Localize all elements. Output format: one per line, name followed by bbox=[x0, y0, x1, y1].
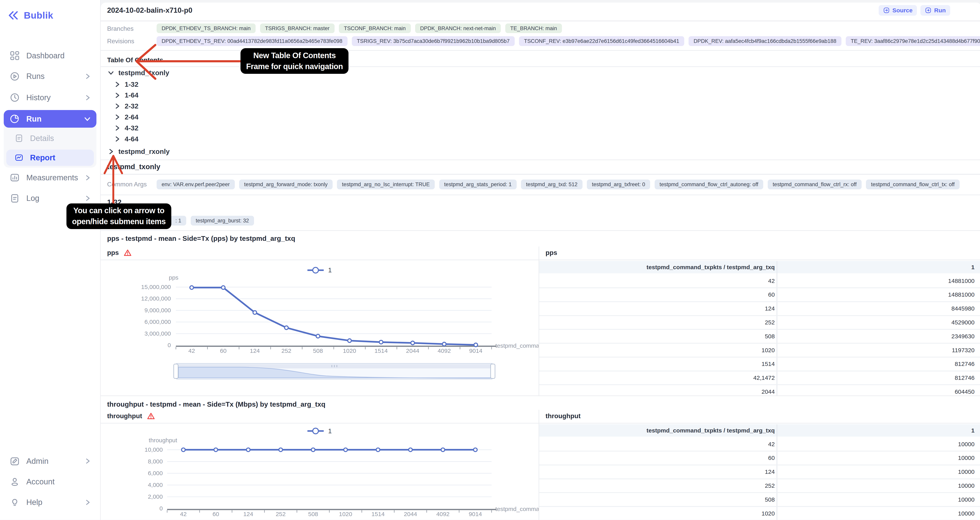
app-logo: Bublik bbox=[24, 10, 53, 21]
sidebar-item-dashboard[interactable]: Dashboard bbox=[4, 47, 96, 64]
common-arg-tag: env: VAR.env.perf.peer2peer bbox=[157, 179, 235, 189]
svg-text:testpmd_comman: testpmd_comman bbox=[495, 342, 539, 349]
table-row: 12410000 bbox=[539, 465, 980, 479]
table-cell-value: 812746 bbox=[955, 374, 975, 381]
report-chart-icon bbox=[14, 153, 24, 162]
chevron-right-icon[interactable] bbox=[114, 114, 120, 120]
subsection-arg-tag: : 1 bbox=[170, 216, 186, 225]
sidebar-item-details[interactable]: Details bbox=[6, 130, 94, 146]
sidebar-item-measurements[interactable]: Measurements bbox=[4, 169, 96, 186]
toc-child-item[interactable]: 2-64 bbox=[114, 112, 138, 122]
toc-child-item[interactable]: 2-32 bbox=[114, 101, 138, 112]
table-header-band: testpmd_command_txpkts / testpmd_arg_txq… bbox=[539, 261, 980, 274]
svg-text:10,000: 10,000 bbox=[145, 446, 163, 453]
table-row: 6014881000 bbox=[539, 288, 980, 302]
sidebar-item-runs[interactable]: Runs bbox=[4, 68, 96, 85]
dashboard-icon bbox=[10, 50, 20, 61]
chevron-right-icon[interactable] bbox=[114, 81, 120, 87]
sidebar-collapse-icon[interactable] bbox=[8, 10, 19, 21]
help-bulb-icon bbox=[10, 497, 20, 508]
pps-table-rows: 4214881000601488100012484459802524529000… bbox=[539, 274, 980, 395]
common-arg-tag: testpmd_command_flow_ctrl_autoneg: off bbox=[655, 179, 764, 189]
throughput-table-rows: 4210000601000012410000252100005081000010… bbox=[539, 438, 980, 520]
sidebar-item-label: Report bbox=[30, 153, 55, 162]
sidebar-item-help[interactable]: Help bbox=[4, 493, 96, 511]
throughput-chart-header: throughput bbox=[107, 412, 154, 420]
sidebar-item-report[interactable]: Report bbox=[6, 150, 94, 166]
table-row: 1248445980 bbox=[539, 302, 980, 316]
subsection-extra-tags: testpmd_arg_burst: 32 bbox=[191, 216, 254, 225]
chevron-down-icon[interactable] bbox=[108, 70, 114, 76]
common-arg-tag: testpmd_command_flow_ctrl_rx: off bbox=[768, 179, 862, 189]
svg-text:6,000,000: 6,000,000 bbox=[145, 319, 171, 325]
sidebar-item-label: History bbox=[26, 93, 78, 102]
source-button[interactable]: Source bbox=[879, 5, 917, 16]
table-cell-x: 42 bbox=[768, 277, 775, 284]
table-cell-x: 252 bbox=[765, 482, 775, 489]
svg-text:4092: 4092 bbox=[436, 511, 450, 517]
pps-table-title: pps bbox=[546, 249, 557, 257]
table-cell-x: 60 bbox=[768, 291, 775, 298]
table-cell-value: 8445980 bbox=[951, 305, 975, 312]
pps-table-header: pps bbox=[546, 249, 557, 257]
chevron-right-icon[interactable] bbox=[114, 92, 120, 98]
sidebar-item-account[interactable]: Account bbox=[4, 473, 96, 490]
svg-text:0: 0 bbox=[159, 505, 163, 512]
table-cell-x: 124 bbox=[765, 305, 775, 312]
svg-text:60: 60 bbox=[213, 511, 220, 517]
table-row: 2044604450 bbox=[539, 385, 980, 395]
table-cell-x: 60 bbox=[768, 455, 775, 461]
chevron-right-icon[interactable] bbox=[114, 136, 120, 142]
open-source-icon bbox=[883, 7, 890, 14]
pps-line-chart[interactable]: pps03,000,0006,000,0009,000,00012,000,00… bbox=[101, 260, 539, 395]
divider bbox=[101, 21, 980, 21]
table-cell-x: 42,1472 bbox=[753, 374, 775, 381]
branch-tag: TSRIGS_BRANCH: master bbox=[260, 24, 334, 33]
sidebar-item-history[interactable]: History bbox=[4, 89, 96, 106]
note-line: Frame for quick navigation bbox=[246, 61, 343, 72]
branch-tag: TE_BRANCH: main bbox=[505, 24, 562, 33]
svg-text:252: 252 bbox=[276, 511, 286, 517]
sidebar-item-run[interactable]: Run bbox=[4, 110, 96, 127]
svg-text:1020: 1020 bbox=[343, 347, 356, 354]
common-arg-tag: testpmd_arg_stats_period: 1 bbox=[439, 179, 517, 189]
sidebar-item-label: Details bbox=[30, 134, 54, 143]
arrow-annotation-note: You can click on arrow to open/hide subm… bbox=[67, 203, 171, 229]
account-icon bbox=[10, 476, 20, 487]
sidebar-item-admin[interactable]: Admin bbox=[4, 452, 96, 470]
pie-chart-icon bbox=[10, 114, 20, 124]
branch-tags: DPDK_ETHDEV_TS_BRANCH: mainTSRIGS_BRANCH… bbox=[157, 24, 562, 33]
sidebar-item-label: Admin bbox=[26, 457, 78, 466]
block1-title: pps - testpmd - mean - Side=Tx (pps) by … bbox=[107, 235, 295, 243]
note-line: open/hide submenu items bbox=[72, 216, 165, 227]
table-row: 2524529000 bbox=[539, 316, 980, 330]
table-cell-value: 1197320 bbox=[952, 347, 975, 354]
table-col1-header: testpmd_command_txpkts / testpmd_arg_txq bbox=[647, 261, 775, 274]
subsection-tags: : 1 testpmd_arg_burst: 32 bbox=[170, 216, 254, 225]
sidebar-item-label: Run bbox=[26, 114, 78, 123]
svg-text:508: 508 bbox=[308, 511, 318, 517]
table-cell-value: 10000 bbox=[958, 469, 975, 475]
toc-child-item[interactable]: 1-64 bbox=[114, 90, 138, 101]
toc-child-item[interactable]: 4-64 bbox=[114, 133, 138, 144]
chevron-right-icon[interactable] bbox=[114, 125, 120, 131]
run-button-label: Run bbox=[934, 7, 946, 14]
throughput-line-chart[interactable]: throughput02,0004,0006,0008,00010,000426… bbox=[101, 423, 539, 520]
svg-text:124: 124 bbox=[243, 511, 253, 517]
revisions-label: Revisions bbox=[107, 38, 134, 45]
toc-child-item[interactable]: 4-32 bbox=[114, 122, 138, 133]
common-arg-tag: testpmd_arg_txd: 512 bbox=[521, 179, 582, 189]
svg-text:9014: 9014 bbox=[469, 511, 482, 517]
run-link-button[interactable]: Run bbox=[920, 5, 950, 16]
table-cell-x: 1020 bbox=[762, 510, 775, 517]
common-arg-tag: testpmd_arg_txfreet: 0 bbox=[587, 179, 650, 189]
table-col2-header: 1 bbox=[971, 261, 975, 274]
table-cell-x: 252 bbox=[765, 319, 775, 326]
chevron-down-icon bbox=[84, 116, 91, 122]
chevron-right-icon[interactable] bbox=[114, 103, 120, 109]
table-row: 4210000 bbox=[539, 438, 980, 452]
table-cell-value: 2349630 bbox=[951, 333, 975, 340]
table-row: 25210000 bbox=[539, 479, 980, 493]
table-cell-x: 1020 bbox=[762, 347, 775, 354]
svg-text:1: 1 bbox=[328, 427, 332, 434]
